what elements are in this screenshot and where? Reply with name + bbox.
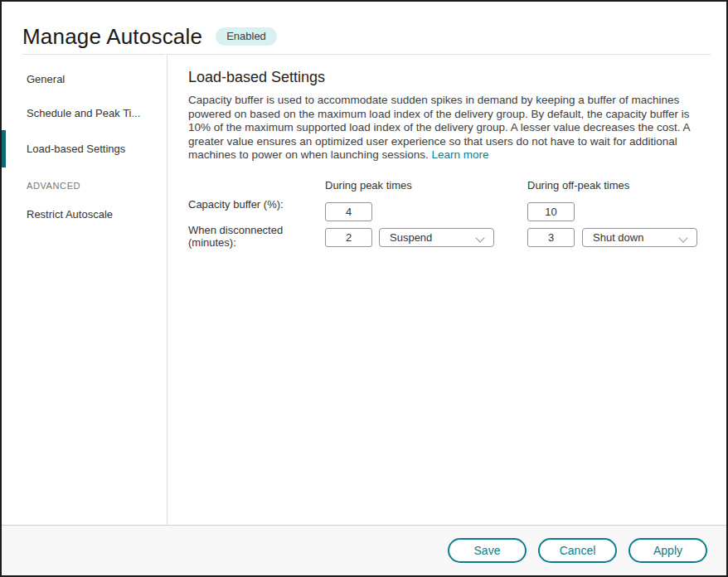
sidebar-item-general[interactable]: General	[2, 62, 167, 96]
capacity-buffer-label: Capacity buffer (%):	[188, 198, 308, 211]
sidebar-item-label: Restrict Autoscale	[27, 208, 113, 221]
selected-option-label: Suspend	[390, 231, 476, 244]
chevron-down-icon	[679, 233, 688, 242]
disconnect-offpeak-minutes-input[interactable]	[527, 228, 575, 247]
sidebar: General Schedule and Peak Ti... Load-bas…	[2, 55, 167, 526]
section-description: Capacity buffer is used to accommodate s…	[188, 94, 704, 162]
sidebar-item-label: Schedule and Peak Ti...	[27, 107, 140, 119]
chevron-down-icon	[476, 233, 485, 242]
sidebar-item-label: Load-based Settings	[27, 143, 125, 155]
apply-button[interactable]: Apply	[629, 538, 707, 563]
capacity-buffer-peak-input[interactable]	[325, 202, 372, 221]
section-title: Load-based Settings	[188, 69, 711, 86]
when-disconnected-label: When disconnected (minutes):	[188, 224, 308, 249]
page-title: Manage Autoscale	[22, 24, 202, 50]
header: Manage Autoscale Enabled	[22, 20, 277, 53]
learn-more-link[interactable]: Learn more	[431, 148, 488, 161]
disconnect-offpeak-action-select[interactable]: Shut down	[582, 228, 697, 247]
sidebar-item-load-based-settings[interactable]: Load-based Settings	[2, 130, 167, 167]
sidebar-item-restrict-autoscale[interactable]: Restrict Autoscale	[2, 197, 167, 231]
column-header-peak: During peak times	[325, 179, 412, 192]
manage-autoscale-dialog: Manage Autoscale Enabled General Schedul…	[0, 0, 728, 577]
disconnect-peak-action-select[interactable]: Suspend	[379, 228, 494, 247]
sidebar-item-schedule-and-peak-times[interactable]: Schedule and Peak Ti...	[2, 96, 167, 130]
column-header-offpeak: During off-peak times	[527, 179, 629, 192]
selected-option-label: Shut down	[593, 231, 679, 244]
capacity-buffer-offpeak-input[interactable]	[527, 202, 575, 221]
disconnect-peak-minutes-input[interactable]	[325, 228, 372, 247]
save-button[interactable]: Save	[448, 538, 527, 563]
main-panel: Load-based Settings Capacity buffer is u…	[167, 55, 711, 526]
footer-action-bar: Save Cancel Apply	[2, 525, 726, 575]
selected-indicator	[2, 130, 6, 167]
cancel-button[interactable]: Cancel	[538, 538, 617, 563]
sidebar-section-advanced: ADVANCED	[2, 167, 167, 197]
status-badge: Enabled	[216, 27, 277, 46]
sidebar-item-label: General	[27, 73, 65, 85]
